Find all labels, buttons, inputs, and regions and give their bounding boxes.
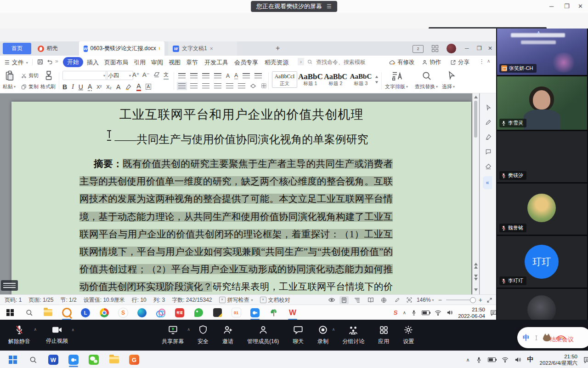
plant-app-icon[interactable] <box>268 307 279 318</box>
l-app-icon[interactable]: L <box>80 307 91 318</box>
style-heading2[interactable]: AaBbC 标题 2 <box>323 71 348 88</box>
status-page-number[interactable]: 页码: 1 <box>5 296 22 304</box>
font-name-select[interactable]: ▾ <box>62 71 107 80</box>
pen-tool-icon[interactable] <box>485 119 492 126</box>
distribute-both-button[interactable] <box>226 83 233 89</box>
more-tools-icon[interactable]: » <box>55 58 58 64</box>
wps-taskbar-icon[interactable]: W <box>287 307 298 318</box>
zoom-in-button[interactable]: + <box>479 296 482 304</box>
scroll-down-arrow[interactable] <box>474 288 478 291</box>
ribbon-tab-view[interactable]: 视图 <box>169 58 181 67</box>
more-menu-icon[interactable]: ⋮ <box>479 58 485 65</box>
collapse-ribbon-icon[interactable]: ∧ <box>487 58 490 63</box>
proofread-toggle[interactable]: ×文档校对 <box>260 296 290 304</box>
font-color-button[interactable]: A <box>136 82 141 91</box>
status-line[interactable]: 行: 10 <box>132 296 147 304</box>
stop-video-button[interactable]: 停止视频 ∧ <box>46 325 68 345</box>
decrease-indent-icon[interactable] <box>202 73 209 79</box>
ribbon-tab-section[interactable]: 章节 <box>186 58 198 67</box>
format-painter-button[interactable]: 格式刷 <box>40 83 56 90</box>
select-tool-icon[interactable] <box>447 70 456 80</box>
video-options-chevron[interactable]: ∧ <box>71 328 74 332</box>
wps-minimize-button[interactable]: ─ <box>465 45 469 52</box>
status-column[interactable]: 列: 3 <box>153 296 165 304</box>
spell-check-toggle[interactable]: ×拼写检查▾ <box>219 296 253 304</box>
wechat-taskbar-icon[interactable] <box>88 354 99 365</box>
styles-scroll-down-icon[interactable] <box>375 81 378 84</box>
host-notification-icon[interactable] <box>583 356 588 363</box>
host-tray-mic-icon[interactable] <box>476 356 482 363</box>
scroll-up-arrow[interactable] <box>474 96 478 98</box>
modified-status[interactable]: 有修改 <box>389 58 415 66</box>
justify-button[interactable] <box>214 83 221 89</box>
italic-button[interactable]: I <box>72 83 74 91</box>
mic-options-chevron[interactable]: ∧ <box>34 327 37 332</box>
orange-search-app-icon[interactable] <box>61 307 72 318</box>
security-button[interactable]: 安全 <box>198 325 209 345</box>
fit-page-icon[interactable] <box>406 297 413 303</box>
wps-second-doc-tab[interactable]: W 文字文稿1 × <box>168 41 237 56</box>
tab-close-icon[interactable]: × <box>210 46 213 52</box>
watching-banner[interactable]: 您正在观看樊镁汐的屏幕 ☰ <box>251 1 337 12</box>
text-layout-icon[interactable] <box>391 71 402 81</box>
style-heading3[interactable]: AaBbC 标题 3 <box>349 71 373 88</box>
record-options-chevron[interactable]: ∧ <box>332 327 335 332</box>
zoom-level-control[interactable]: 146%▾ <box>417 297 434 303</box>
ribbon-tab-member[interactable]: 会员专享 <box>234 58 258 67</box>
participant-tile-2[interactable]: 李雪灵 <box>497 76 587 130</box>
clear-format-icon[interactable] <box>153 72 160 78</box>
end-meeting-button[interactable]: 结束会议 <box>550 335 574 344</box>
breakout-rooms-button[interactable]: 分组讨论 <box>342 325 364 345</box>
wrap-icon[interactable] <box>243 73 250 79</box>
status-page-count[interactable]: 页面: 1/25 <box>28 296 53 304</box>
increase-indent-icon[interactable] <box>214 73 221 79</box>
copy-button[interactable]: 复制 <box>21 83 39 90</box>
tencent-meeting-taskbar-icon[interactable] <box>249 307 260 318</box>
ribbon-tab-reference[interactable]: 引用 <box>134 58 146 67</box>
wps-restore-button[interactable]: ❐ <box>477 45 482 52</box>
minimize-button[interactable]: ─ <box>549 3 554 10</box>
sogou-browser-icon[interactable]: S <box>118 307 129 318</box>
ribbon-tab-layout[interactable]: 页面布局 <box>104 58 128 67</box>
participant-tile-4[interactable]: 魏誉铭 <box>497 184 587 235</box>
host-speaker-icon[interactable] <box>514 356 521 363</box>
host-explorer-icon[interactable] <box>108 354 119 365</box>
dark-notes-app-icon[interactable] <box>212 307 223 318</box>
ribbon-tab-review[interactable]: 审阅 <box>151 58 163 67</box>
manage-members-button[interactable]: 管理成员(16) <box>247 325 279 345</box>
pinyin-guide-button[interactable]: 文 <box>164 71 169 80</box>
status-section[interactable]: 节: 1/2 <box>60 296 76 304</box>
tray-wifi-icon[interactable] <box>435 310 441 316</box>
paste-icon[interactable] <box>5 70 15 81</box>
o1-app-icon[interactable]: 01 <box>231 307 242 318</box>
style-normal[interactable]: AaBbCcI 正文 <box>272 71 297 88</box>
sogou-ime-tray-icon[interactable]: S <box>393 309 398 316</box>
highlighter-tool-icon[interactable] <box>485 134 492 140</box>
word-taskbar-icon[interactable]: W <box>48 354 59 365</box>
format-painter-icon[interactable] <box>44 70 54 81</box>
wps-docer-tab[interactable]: 稻壳 <box>33 41 62 56</box>
participant-tile-3[interactable]: 樊镁汐 <box>497 131 587 182</box>
fullscreen-doc-icon[interactable] <box>486 297 492 303</box>
underline-button[interactable]: U <box>79 83 83 91</box>
outline-view-button[interactable] <box>353 296 362 304</box>
numbered-list-icon[interactable] <box>190 73 198 79</box>
character-border-button[interactable]: A <box>146 84 152 90</box>
participant-tile-5[interactable]: 玎玎 李玎玎 <box>497 236 587 288</box>
tray-battery-icon[interactable] <box>422 310 430 315</box>
align-left-button[interactable] <box>178 83 186 89</box>
edge-icon[interactable] <box>136 307 147 318</box>
menu-overflow-icon[interactable]: › <box>298 58 304 65</box>
record-button[interactable]: 录制 ∧ <box>317 325 328 345</box>
wps-active-doc-tab[interactable]: W 0603-樊镁汐论文汇报.docx <box>79 41 164 56</box>
ribbon-tab-insert[interactable]: 插入 <box>87 58 99 67</box>
banner-menu-icon[interactable]: ☰ <box>327 3 332 10</box>
command-search-input[interactable] <box>315 58 374 67</box>
paste-button[interactable]: 粘贴▾ <box>3 83 16 90</box>
save-icon[interactable] <box>37 58 44 65</box>
find-replace-icon[interactable] <box>421 70 432 81</box>
previous-page-button[interactable] <box>474 263 478 269</box>
borders-button[interactable] <box>261 83 267 89</box>
tencent-docs-icon[interactable] <box>155 307 166 318</box>
file-explorer-icon[interactable] <box>42 307 53 318</box>
